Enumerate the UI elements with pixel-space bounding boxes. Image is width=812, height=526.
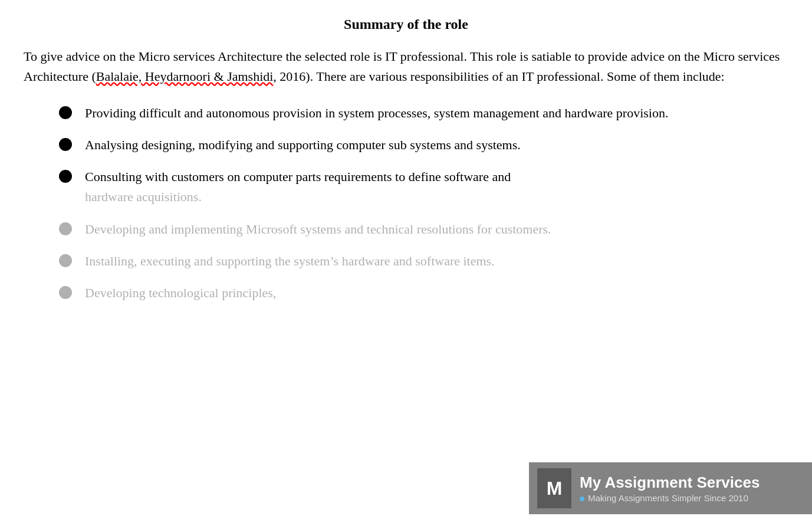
- watermark: M My Assignment Services Making Assignme…: [529, 462, 812, 514]
- bullet-list: Providing difficult and autonomous provi…: [24, 103, 788, 303]
- watermark-brand-name: My Assignment Services: [580, 474, 760, 492]
- list-item: Consulting with customers on computer pa…: [59, 167, 788, 207]
- watermark-text-block: My Assignment Services Making Assignment…: [580, 474, 760, 503]
- watermark-dot-icon: [580, 497, 584, 501]
- watermark-logo: M: [537, 468, 571, 508]
- list-item: Installing, executing and supporting the…: [59, 251, 788, 271]
- watermark-logo-letter: M: [547, 478, 563, 499]
- list-item: Analysing designing, modifying and suppo…: [59, 135, 788, 155]
- bullet-icon: [59, 170, 72, 183]
- list-item: Developing technological principles,: [59, 283, 788, 303]
- item-text: Installing, executing and supporting the…: [85, 251, 788, 271]
- list-item: Providing difficult and autonomous provi…: [59, 103, 788, 123]
- item-text: Developing technological principles,: [85, 283, 788, 303]
- bullet-icon: [59, 254, 72, 267]
- page-title: Summary of the role: [24, 12, 788, 32]
- watermark-tagline: Making Assignments Simpler Since 2010: [580, 493, 760, 503]
- bullet-icon: [59, 222, 72, 235]
- item-text: Developing and implementing Microsoft sy…: [85, 219, 788, 239]
- item-text: Analysing designing, modifying and suppo…: [85, 135, 788, 155]
- item-text: Providing difficult and autonomous provi…: [85, 103, 788, 123]
- faded-text: hardware acquisitions.: [85, 189, 202, 204]
- item-text: Consulting with customers on computer pa…: [85, 167, 788, 207]
- list-item: Developing and implementing Microsoft sy…: [59, 219, 788, 239]
- bullet-icon: [59, 138, 72, 151]
- bullet-icon: [59, 106, 72, 119]
- citation-authors: Balalaie, Heydarnoori & Jamshidi: [96, 69, 274, 84]
- intro-paragraph: To give advice on the Micro services Arc…: [24, 47, 788, 87]
- bullet-icon: [59, 286, 72, 299]
